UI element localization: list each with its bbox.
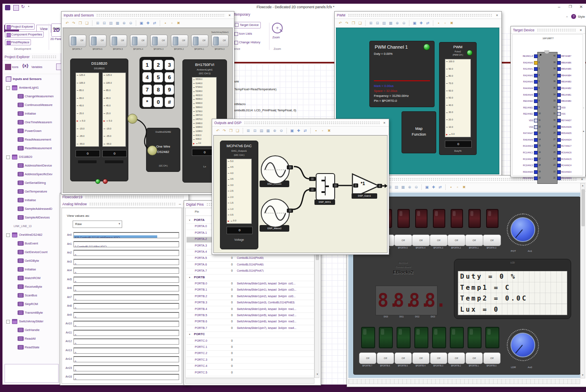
pin-row-name[interactable]: PORTC.2 — [195, 352, 207, 354]
zoom-in-icon[interactable]: ⊕ — [121, 21, 127, 26]
ldr-knob[interactable] — [510, 333, 535, 357]
fit-icon[interactable]: ▣ — [139, 21, 144, 26]
pin-row-name[interactable]: PORTA.1 — [195, 231, 207, 234]
chip-pin[interactable] — [534, 106, 538, 110]
dsp-mix-component[interactable] — [316, 173, 335, 200]
tree-item[interactable]: OneTimeMeasurem — [2, 118, 61, 127]
app-icon[interactable] — [5, 5, 10, 10]
pin-row-name[interactable]: PORTB.7 — [195, 326, 207, 329]
board-button[interactable]: Off — [377, 352, 394, 364]
delete-icon[interactable]: ✖ — [326, 128, 332, 134]
pin-row-name[interactable]: PORTB.2 — [195, 295, 207, 298]
align-icon[interactable]: ▤ — [381, 21, 387, 26]
switch-knob[interactable] — [152, 37, 158, 45]
slider-scale[interactable]: 125.0105.085.065.045.025.0▶5.0-15.0-35.0… — [76, 73, 99, 147]
pot-knob[interactable] — [510, 217, 535, 242]
redo-icon[interactable]: ↷ — [222, 128, 227, 134]
view-values-dropdown[interactable]: Raw ▾ — [73, 221, 122, 228]
pin-row-name[interactable]: PORTA.4 — [195, 250, 207, 253]
scroll-down-icon[interactable]: ▼ — [581, 374, 585, 376]
chip-pin[interactable] — [557, 144, 561, 148]
switch-knob[interactable] — [132, 37, 137, 45]
analog-value-field[interactable]: 0 — [73, 268, 179, 274]
analog-value-field[interactable]: 0 — [73, 277, 179, 283]
tree-item[interactable]: -OneWireDS2482 — [2, 230, 61, 239]
switch-knob[interactable] — [173, 37, 178, 45]
horizontal-scrollbar[interactable] — [348, 379, 580, 384]
zoom-out-icon[interactable]: ⊖ — [128, 21, 133, 26]
pin-row-name[interactable]: PORTB.3 — [195, 301, 207, 304]
slide-switch[interactable]: Off — [130, 35, 147, 47]
scrollbar-thumb[interactable] — [581, 189, 585, 226]
tree-item[interactable]: Initialise — [2, 196, 61, 204]
analog-value-field[interactable]: 0 — [73, 250, 179, 256]
close-icon[interactable]: × — [495, 13, 499, 17]
board-button[interactable]: Off — [447, 235, 465, 246]
tree-item[interactable]: AddressSpecificDev — [2, 170, 61, 178]
icons-view-label[interactable]: Icons — [12, 66, 19, 68]
chip-pin[interactable] — [534, 61, 538, 65]
port-group-row[interactable]: PORTB — [194, 275, 205, 279]
tree-item[interactable]: ContinuousMeasure — [2, 101, 61, 109]
keypad-key-hash[interactable]: # — [165, 97, 174, 107]
chip-pin[interactable] — [557, 138, 561, 142]
analog-value-field[interactable]: 0 ComboBL0114(Pot ADC) — [73, 241, 179, 247]
chip-pin[interactable] — [557, 74, 561, 77]
pin-row-name[interactable]: PORTB.6 — [195, 320, 207, 323]
pin-row-name[interactable]: PORTA.2 — [195, 237, 207, 240]
add-icon[interactable]: ✚ — [418, 21, 424, 26]
tree-item[interactable]: Inputs and Sensors — [2, 75, 61, 83]
zoom-icon[interactable]: + — [272, 23, 283, 33]
tree-item[interactable]: Initialise — [2, 109, 61, 118]
redo-icon[interactable]: ↷ — [344, 21, 350, 26]
scroll-up-icon[interactable]: ▲ — [581, 130, 586, 132]
bring-front-icon[interactable]: ⊞ — [368, 21, 373, 26]
undo-icon[interactable]: ↶ — [64, 21, 70, 26]
analog-value-field[interactable]: 0 — [73, 303, 179, 309]
switch-knob[interactable] — [91, 37, 97, 45]
group-expander-icon[interactable]: ▾ — [189, 333, 190, 336]
chip-pin[interactable] — [557, 151, 561, 155]
tree-item[interactable]: -AmbientLight1 — [2, 83, 61, 92]
analog-value-field[interactable]: 0 — [73, 285, 179, 291]
minimize-icon[interactable]: – — [178, 202, 182, 206]
horizontal-scrollbar[interactable] — [185, 378, 314, 384]
keypad-key-2[interactable]: 2 — [154, 60, 163, 70]
delete-icon[interactable]: ✖ — [449, 21, 454, 26]
undo-icon[interactable]: ↶ — [215, 128, 220, 134]
pin-row-name[interactable]: PORTB.0 — [195, 282, 207, 285]
copy-icon[interactable]: ❐ — [351, 21, 356, 26]
send-back-icon[interactable]: ⊟ — [252, 128, 258, 134]
unlock-icon[interactable]: ▫ — [442, 21, 448, 26]
swap-icon[interactable]: ⇄ — [437, 185, 443, 190]
dsp-wave-generator[interactable] — [261, 199, 290, 228]
close-icon[interactable]: × — [579, 28, 583, 32]
chip-pin[interactable] — [557, 106, 561, 110]
icons-view-icon[interactable] — [5, 64, 11, 70]
tree-item[interactable]: -DS18B20 — [2, 153, 61, 161]
align-icon[interactable]: ▤ — [394, 185, 399, 190]
pin-row-name[interactable]: PORTC.0 — [195, 339, 207, 342]
pin-row-name[interactable]: PORTC.4 — [195, 364, 207, 367]
style-label[interactable]: Style — [578, 15, 585, 19]
lock-icon[interactable]: ▪ — [163, 21, 168, 26]
chip-pin[interactable] — [557, 119, 561, 122]
slide-switch[interactable]: Off — [150, 35, 168, 47]
paste-icon[interactable]: ❏ — [235, 128, 240, 134]
wire-node[interactable] — [128, 114, 137, 124]
chip-pin[interactable] — [534, 54, 538, 58]
chip-pin[interactable] — [534, 131, 538, 135]
inputs-canvas[interactable]: Off$PORTA.7Off$PORTA.6Off$PORTA.5Off$POR… — [63, 28, 233, 193]
fit-icon[interactable]: ▣ — [424, 185, 430, 190]
restore-icon[interactable]: ❐ — [569, 5, 572, 9]
chip-pin[interactable] — [557, 54, 561, 58]
chip-pin[interactable] — [557, 61, 561, 65]
tree-item[interactable]: GetSerialString — [2, 178, 61, 187]
keypad-key-9[interactable]: 9 — [165, 85, 174, 95]
send-back-icon[interactable]: ⊟ — [375, 21, 380, 26]
copy-icon[interactable]: ❐ — [78, 21, 83, 26]
chip-pin[interactable] — [557, 125, 561, 129]
port-group-row[interactable]: PORTA — [194, 218, 205, 222]
minimize-icon[interactable]: – — [558, 5, 560, 9]
fit-icon[interactable]: ▣ — [289, 128, 295, 134]
